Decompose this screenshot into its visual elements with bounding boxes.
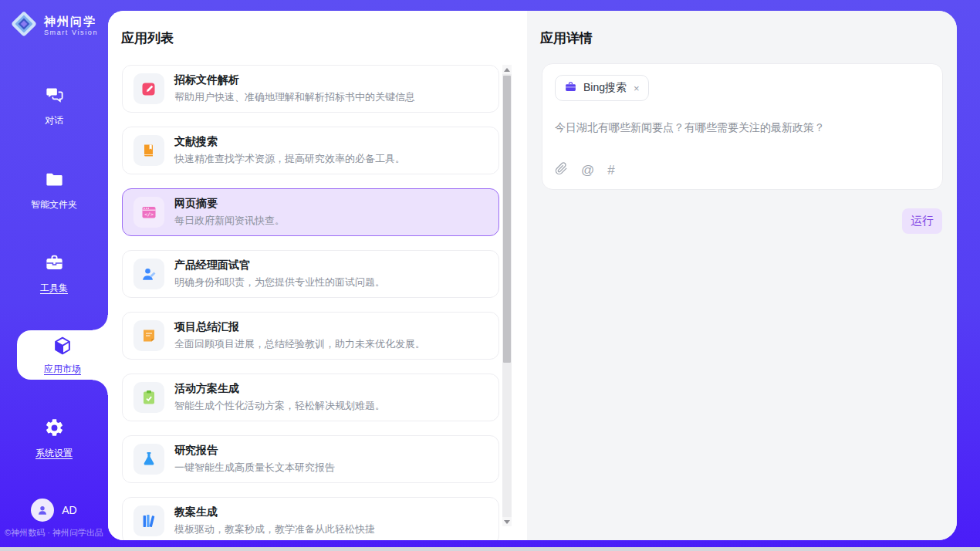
tool-chip-bing-search[interactable]: Bing搜索 × bbox=[555, 75, 649, 101]
avatar bbox=[31, 499, 54, 522]
note-icon bbox=[133, 320, 164, 351]
app-desc: 快速精准查找学术资源，提高研究效率的必备工具。 bbox=[174, 152, 405, 166]
brand-diamond-icon bbox=[10, 10, 38, 41]
app-card-web-summary[interactable]: </> 网页摘要 每日政府新闻资讯快查。 bbox=[122, 188, 499, 236]
app-detail-panel: 应用详情 Bing搜索 × 今日湖北有哪些新闻要点？有哪些需要关注的最新政策？ bbox=[527, 11, 957, 540]
user-name: AD bbox=[62, 504, 76, 516]
brand-logo: 神州问学 Smart Vision bbox=[0, 10, 108, 41]
app-name: 研究报告 bbox=[174, 444, 335, 458]
sidebar-item-label: 智能文件夹 bbox=[31, 198, 77, 211]
clipboard-check-icon bbox=[133, 382, 164, 413]
sidebar-item-app-market[interactable]: 应用市场 bbox=[17, 330, 108, 380]
book-icon bbox=[133, 135, 164, 166]
sidebar-item-chat[interactable]: 对话 bbox=[0, 85, 108, 127]
books-icon bbox=[133, 505, 164, 536]
paperclip-icon[interactable] bbox=[555, 162, 568, 178]
svg-text:</>: </> bbox=[144, 211, 154, 218]
app-card-lesson-plan[interactable]: 教案生成 模板驱动，教案秒成，教学准备从此轻松快捷 bbox=[122, 497, 499, 540]
sidebar-item-label: 对话 bbox=[45, 114, 63, 127]
flask-icon bbox=[133, 444, 164, 475]
main-content: 应用列表 招标文件解析 帮助用户快速、准确地理解和解析招标书中的关键信息 bbox=[108, 11, 957, 540]
app-list: 招标文件解析 帮助用户快速、准确地理解和解析招标书中的关键信息 文献搜索 bbox=[122, 65, 499, 540]
hash-icon[interactable]: # bbox=[607, 163, 614, 178]
app-name: 网页摘要 bbox=[174, 197, 285, 211]
app-desc: 一键智能生成高质量长文本研究报告 bbox=[174, 461, 335, 475]
scrollbar-thumb[interactable] bbox=[503, 76, 511, 363]
query-text[interactable]: 今日湖北有哪些新闻要点？有哪些需要关注的最新政策？ bbox=[555, 121, 930, 162]
app-name: 文献搜索 bbox=[174, 135, 405, 149]
sidebar-item-label: 应用市场 bbox=[44, 363, 81, 376]
app-card-bid-analysis[interactable]: 招标文件解析 帮助用户快速、准确地理解和解析招标书中的关键信息 bbox=[122, 65, 499, 113]
brand-subtitle: Smart Vision bbox=[44, 29, 98, 36]
app-name: 产品经理面试官 bbox=[174, 259, 385, 272]
close-icon[interactable]: × bbox=[634, 83, 640, 94]
user-account[interactable]: AD bbox=[0, 499, 108, 522]
briefcase-icon bbox=[564, 80, 577, 96]
run-button[interactable]: 运行 bbox=[902, 208, 942, 234]
app-name: 教案生成 bbox=[174, 505, 375, 519]
sidebar: 神州问学 Smart Vision 对话 智能文件夹 bbox=[0, 0, 108, 551]
scroll-up-arrow[interactable] bbox=[502, 65, 512, 74]
app-list-title: 应用列表 bbox=[121, 29, 174, 47]
sidebar-item-label: 工具集 bbox=[40, 282, 68, 295]
sidebar-item-smart-folder[interactable]: 智能文件夹 bbox=[0, 169, 108, 211]
app-desc: 帮助用户快速、准确地理解和解析招标书中的关键信息 bbox=[174, 90, 415, 104]
pencil-edit-icon bbox=[133, 73, 164, 104]
gear-icon bbox=[44, 417, 65, 441]
window-bottom-edge bbox=[0, 547, 980, 551]
scroll-down-arrow[interactable] bbox=[502, 517, 512, 526]
app-card-project-summary[interactable]: 项目总结汇报 全面回顾项目进展，总结经验教训，助力未来优化发展。 bbox=[122, 312, 499, 360]
app-desc: 全面回顾项目进展，总结经验教训，助力未来优化发展。 bbox=[174, 337, 425, 351]
app-desc: 明确身份和职责，为您提供专业性的面试问题。 bbox=[174, 276, 385, 289]
browser-code-icon: </> bbox=[133, 197, 164, 228]
app-name: 项目总结汇报 bbox=[174, 320, 425, 334]
list-scrollbar bbox=[502, 65, 512, 526]
copyright-footer: ©神州数码 · 神州问学出品 bbox=[0, 527, 108, 539]
brand-name: 神州问学 bbox=[44, 15, 98, 29]
app-desc: 智能生成个性化活动方案，轻松解决规划难题。 bbox=[174, 399, 385, 413]
chat-icon bbox=[44, 85, 65, 109]
app-name: 招标文件解析 bbox=[174, 73, 415, 87]
pill-curve-bottom bbox=[93, 380, 108, 395]
app-window: 神州问学 Smart Vision 对话 智能文件夹 bbox=[0, 0, 980, 551]
app-card-research-report[interactable]: 研究报告 一键智能生成高质量长文本研究报告 bbox=[122, 435, 499, 483]
app-desc: 模板驱动，教案秒成，教学准备从此轻松快捷 bbox=[174, 522, 375, 536]
sidebar-item-settings[interactable]: 系统设置 bbox=[0, 417, 108, 460]
prompt-input-card[interactable]: Bing搜索 × 今日湖北有哪些新闻要点？有哪些需要关注的最新政策？ @ # bbox=[542, 63, 943, 190]
app-card-literature-search[interactable]: 文献搜索 快速精准查找学术资源，提高研究效率的必备工具。 bbox=[122, 127, 499, 174]
interviewer-icon bbox=[133, 259, 164, 289]
app-desc: 每日政府新闻资讯快查。 bbox=[174, 214, 285, 228]
folder-icon bbox=[44, 169, 65, 193]
tool-chip-label: Bing搜索 bbox=[583, 81, 627, 95]
pill-curve-top bbox=[93, 315, 108, 330]
mention-icon[interactable]: @ bbox=[581, 163, 594, 178]
sidebar-item-toolset[interactable]: 工具集 bbox=[0, 252, 108, 295]
app-detail-title: 应用详情 bbox=[540, 29, 593, 47]
app-name: 活动方案生成 bbox=[174, 382, 385, 396]
cube-icon bbox=[52, 335, 73, 360]
app-card-pm-interviewer[interactable]: 产品经理面试官 明确身份和职责，为您提供专业性的面试问题。 bbox=[122, 250, 499, 298]
toolbox-icon bbox=[44, 252, 65, 276]
sidebar-item-label: 系统设置 bbox=[35, 447, 73, 460]
app-list-panel: 应用列表 招标文件解析 帮助用户快速、准确地理解和解析招标书中的关键信息 bbox=[108, 11, 527, 540]
app-card-event-plan[interactable]: 活动方案生成 智能生成个性化活动方案，轻松解决规划难题。 bbox=[122, 374, 499, 421]
attachment-toolbar: @ # bbox=[555, 162, 930, 178]
